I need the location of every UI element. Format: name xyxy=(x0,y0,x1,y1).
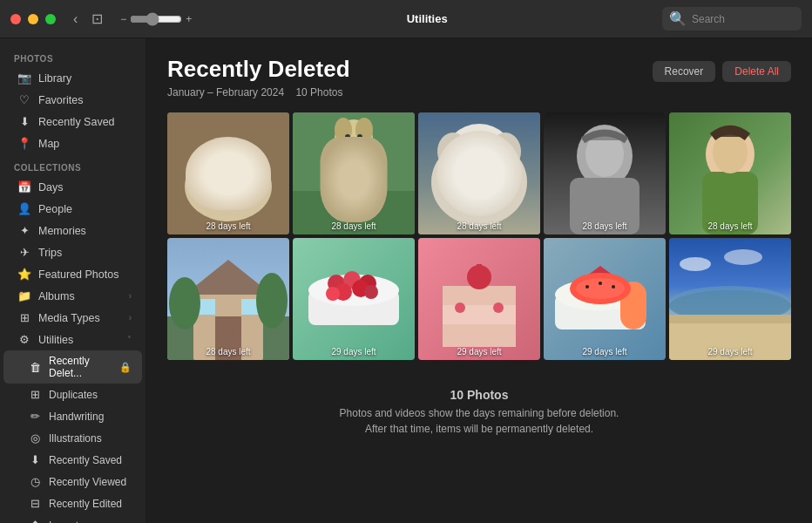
slideshow-button[interactable]: ⊡ xyxy=(88,9,106,29)
sidebar-item-label: Map xyxy=(38,138,59,150)
sidebar-item-label: Illustrations xyxy=(49,432,102,445)
library-icon: 📷 xyxy=(17,71,31,85)
photo-grid: 28 days left xyxy=(167,112,791,360)
back-button[interactable]: ‹ xyxy=(70,10,81,29)
sidebar-item-utilities[interactable]: ⚙ Utilities ˅ xyxy=(3,329,142,350)
sidebar-item-days[interactable]: 📅 Days xyxy=(3,176,142,198)
maximize-button[interactable] xyxy=(45,14,56,24)
photo-6[interactable]: 28 days left xyxy=(167,238,289,360)
photo-7[interactable]: 29 days left xyxy=(293,238,415,360)
photo-count: 10 Photos xyxy=(295,86,342,98)
featured-icon: ⭐ xyxy=(17,268,31,281)
svg-point-45 xyxy=(169,277,200,329)
photos-section-label: Photos xyxy=(0,45,145,67)
svg-point-2 xyxy=(198,143,259,195)
recently-saved-util-icon: ⬇ xyxy=(28,453,42,466)
sidebar-item-label: Recently Saved xyxy=(49,454,122,466)
sidebar: Photos 📷 Library ♡ Favorites ⬇ Recently … xyxy=(0,38,146,523)
delete-all-button[interactable]: Delete All xyxy=(722,61,791,82)
memories-icon: ✦ xyxy=(17,224,31,237)
sidebar-item-people[interactable]: 👤 People xyxy=(3,198,142,220)
utilities-icon: ⚙ xyxy=(17,333,31,346)
sidebar-item-recently-saved[interactable]: ⬇ Recently Saved xyxy=(3,111,142,132)
svg-point-8 xyxy=(221,173,235,182)
photo-1-label: 28 days left xyxy=(167,221,289,231)
sidebar-item-label: Albums xyxy=(38,290,75,302)
people-icon: 👤 xyxy=(17,202,31,215)
photo-10-label: 29 days left xyxy=(669,347,791,357)
svg-rect-44 xyxy=(241,299,259,315)
search-bar[interactable]: 🔍 xyxy=(662,7,802,31)
sidebar-item-recently-viewed[interactable]: ◷ Recently Viewed xyxy=(3,471,142,492)
svg-point-13 xyxy=(335,118,352,142)
sidebar-item-library[interactable]: 📷 Library xyxy=(3,67,142,89)
sidebar-item-recently-deleted[interactable]: 🗑 Recently Delet... 🔒 xyxy=(3,350,142,384)
svg-point-78 xyxy=(612,285,615,289)
photo-1[interactable]: 28 days left xyxy=(167,112,289,234)
svg-point-85 xyxy=(724,249,762,265)
lock-icon: 🔒 xyxy=(119,362,132,373)
photo-10[interactable]: 29 days left xyxy=(669,238,791,360)
sidebar-item-recently-saved-util[interactable]: ⬇ Recently Saved xyxy=(3,449,142,471)
photo-6-image xyxy=(167,238,289,360)
sidebar-item-illustrations[interactable]: ◎ Illustrations xyxy=(3,427,142,449)
sidebar-item-imports[interactable]: ⬆ Imports xyxy=(3,514,142,523)
sidebar-item-recently-edited[interactable]: ⊟ Recently Edited xyxy=(3,492,142,514)
svg-rect-19 xyxy=(349,189,360,217)
recently-saved-icon: ⬇ xyxy=(17,115,31,128)
content-subtitle: January – February 2024 10 Photos xyxy=(167,86,791,98)
svg-point-1 xyxy=(185,152,272,221)
minimize-button[interactable] xyxy=(28,14,38,24)
photo-2[interactable]: 28 days left xyxy=(293,112,415,234)
sidebar-item-map[interactable]: 📍 Map xyxy=(3,132,142,154)
svg-point-46 xyxy=(256,273,288,329)
days-icon: 📅 xyxy=(17,180,31,194)
photo-8-image xyxy=(418,238,540,360)
svg-rect-65 xyxy=(477,264,482,282)
search-input[interactable] xyxy=(692,13,796,25)
sidebar-item-label: Utilities xyxy=(38,334,73,346)
photo-2-image xyxy=(293,112,415,234)
zoom-control: − + xyxy=(120,12,192,26)
sidebar-item-label: Recently Edited xyxy=(49,498,122,510)
svg-rect-62 xyxy=(443,305,516,324)
sidebar-item-handwriting[interactable]: ✏ Handwriting xyxy=(3,405,142,427)
svg-point-67 xyxy=(493,302,504,313)
photo-3[interactable]: 28 days left xyxy=(418,112,540,234)
zoom-slider[interactable] xyxy=(130,12,182,26)
svg-point-22 xyxy=(431,139,527,226)
sidebar-item-favorites[interactable]: ♡ Favorites xyxy=(3,89,142,111)
close-button[interactable] xyxy=(10,14,21,24)
trash-icon: 🗑 xyxy=(28,361,42,374)
sidebar-item-memories[interactable]: ✦ Memories xyxy=(3,220,142,241)
photo-8[interactable]: 29 days left xyxy=(418,238,540,360)
sidebar-item-media-types[interactable]: ⊞ Media Types › xyxy=(3,307,142,329)
illustrations-icon: ◎ xyxy=(28,431,42,445)
content-header: Recently Deleted Recover Delete All xyxy=(167,56,791,83)
photo-2-label: 28 days left xyxy=(293,221,415,231)
svg-point-6 xyxy=(219,166,224,172)
svg-point-15 xyxy=(345,134,350,139)
sidebar-item-duplicates[interactable]: ⊞ Duplicates xyxy=(3,384,142,405)
photo-3-image xyxy=(418,112,540,234)
favorites-icon: ♡ xyxy=(17,93,31,106)
window-title: Utilities xyxy=(192,12,662,25)
photo-4[interactable]: 28 days left xyxy=(544,112,666,234)
sidebar-item-label: Library xyxy=(38,72,71,85)
photo-9-label: 29 days left xyxy=(544,347,666,357)
svg-point-57 xyxy=(326,287,340,301)
sidebar-item-featured[interactable]: ⭐ Featured Photos xyxy=(3,263,142,285)
photo-6-label: 28 days left xyxy=(167,347,289,357)
photo-9[interactable]: 29 days left xyxy=(544,238,666,360)
photo-3-label: 28 days left xyxy=(418,221,540,231)
sidebar-item-trips[interactable]: ✈ Trips xyxy=(3,241,142,263)
svg-point-17 xyxy=(347,141,361,150)
sidebar-item-label: Days xyxy=(38,181,63,194)
recover-button[interactable]: Recover xyxy=(653,61,716,82)
search-icon: 🔍 xyxy=(669,10,687,27)
imports-icon: ⬆ xyxy=(28,519,42,523)
sidebar-item-albums[interactable]: 📁 Albums › xyxy=(3,285,142,307)
sidebar-item-label: Recently Delet... xyxy=(49,355,112,379)
svg-point-26 xyxy=(455,143,504,187)
photo-5[interactable]: 28 days left xyxy=(669,112,791,234)
